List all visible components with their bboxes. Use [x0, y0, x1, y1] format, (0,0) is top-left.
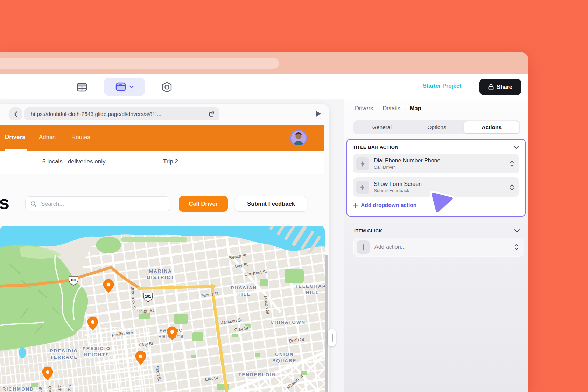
title-bar-action-heading: TITLE BAR ACTION	[353, 145, 398, 150]
action-bolt-icon	[360, 160, 365, 168]
panel-tabs: General Options Actions	[354, 120, 520, 134]
table-icon	[76, 82, 88, 93]
street-label: 4th	[57, 385, 62, 392]
svg-text:101: 101	[70, 278, 77, 282]
play-button[interactable]	[313, 109, 323, 119]
tab-actions[interactable]: Actions	[464, 121, 519, 133]
chevron-left-icon	[13, 111, 18, 117]
district-label: CHINATOWN	[271, 320, 306, 325]
driver-list-row[interactable]: 5 locals - deliveries only. Trip 2	[0, 150, 324, 174]
action-row-dial-phone[interactable]: Dial Phone Number Phone Call Driver	[353, 154, 519, 173]
builder-window: Starter Project Share https://doubtful-c…	[0, 52, 528, 392]
window-top-bar	[0, 52, 528, 74]
map[interactable]: Beach StBay StChestnut StFilbert StUnion…	[0, 226, 325, 392]
selector-icon[interactable]	[510, 184, 514, 191]
collapse-chevron-icon[interactable]	[513, 145, 519, 149]
app-header: Drivers Admin Routes	[0, 125, 324, 150]
district-label: RICHMOND	[2, 386, 34, 392]
selector-icon[interactable]	[510, 160, 514, 167]
app-tab-drivers[interactable]: Drivers	[5, 134, 26, 141]
settings-hexagon-icon[interactable]	[160, 80, 174, 94]
app-preview-frame: https://doubtful-cloth-2543.glide.page/d…	[0, 104, 329, 392]
plus-icon	[360, 244, 366, 250]
chevron-down-icon	[129, 85, 134, 89]
item-click-heading: ITEM CLICK	[354, 228, 382, 233]
tab-options[interactable]: Options	[410, 121, 464, 133]
data-table-icon[interactable]	[75, 80, 89, 94]
action-title: Show Form Screen	[374, 181, 505, 188]
action-subtitle: Call Driver	[374, 164, 505, 170]
breadcrumb-details[interactable]: Details	[383, 105, 400, 112]
item-click-section-header: ITEM CLICK	[354, 228, 520, 233]
submit-feedback-button[interactable]: Submit Feedback	[235, 196, 307, 212]
plus-icon	[353, 203, 358, 208]
row-description: 5 locals - deliveries only.	[42, 158, 107, 165]
layout-editor-tab[interactable]	[104, 78, 145, 96]
page-heading-fragment: s	[0, 191, 9, 213]
panel-resize-handle[interactable]	[328, 329, 336, 346]
title-bar-action-section: TITLE BAR ACTION Dial Phone Number Phone…	[346, 139, 526, 217]
lock-icon	[488, 84, 494, 90]
search-icon	[30, 201, 37, 207]
action-bolt-icon	[360, 183, 365, 191]
url-text: https://doubtful-cloth-2543.glide.page/d…	[31, 111, 209, 117]
window-top-bar-pill	[0, 58, 279, 69]
share-label: Share	[497, 84, 512, 90]
layout-window-icon	[115, 82, 126, 91]
search-field[interactable]	[40, 200, 165, 208]
url-bar[interactable]: https://doubtful-cloth-2543.glide.page/d…	[24, 107, 219, 120]
app-tab-routes[interactable]: Routes	[71, 134, 90, 141]
street-label: 2nd	[66, 384, 72, 392]
preview-scrollbar[interactable]	[325, 255, 328, 392]
main-toolbar: Starter Project Share	[0, 74, 528, 99]
project-name-link[interactable]: Starter Project	[423, 83, 461, 89]
selector-icon[interactable]	[514, 244, 519, 251]
district-label: TENDERLOIN	[238, 372, 276, 377]
action-title: Dial Phone Number Phone	[374, 157, 505, 164]
collapse-chevron-icon[interactable]	[514, 229, 520, 233]
street-label: 8th	[38, 386, 43, 392]
add-action-placeholder: Add action...	[374, 244, 510, 250]
avatar[interactable]	[291, 131, 306, 145]
external-link-icon[interactable]	[209, 111, 215, 117]
share-button[interactable]: Share	[479, 79, 521, 95]
action-subtitle: Submit Feedback	[374, 188, 505, 194]
add-dropdown-action-label: Add dropdown action	[361, 202, 416, 208]
svg-text:101: 101	[145, 294, 151, 299]
call-driver-button[interactable]: Call Driver	[179, 196, 228, 212]
street-label: 6th	[47, 386, 53, 392]
breadcrumb: Drivers › Details › Map	[355, 105, 421, 112]
add-dropdown-action-link[interactable]: Add dropdown action	[353, 202, 519, 208]
row-trip: Trip 2	[163, 158, 178, 165]
mountain-lake	[19, 347, 26, 358]
breadcrumb-separator-icon: ›	[404, 105, 406, 111]
back-button[interactable]	[9, 107, 22, 120]
breadcrumb-drivers[interactable]: Drivers	[355, 105, 373, 112]
tab-general[interactable]: General	[355, 121, 410, 133]
action-row-show-form[interactable]: Show Form Screen Submit Feedback	[353, 177, 519, 197]
breadcrumb-separator-icon: ›	[377, 105, 379, 111]
app-tab-admin[interactable]: Admin	[39, 134, 56, 141]
play-icon	[314, 110, 322, 118]
search-input[interactable]	[25, 196, 170, 211]
breadcrumb-map[interactable]: Map	[410, 105, 421, 112]
config-panel: Drivers › Details › Map General Options …	[344, 99, 528, 392]
item-click-add-action[interactable]: Add action...	[354, 238, 524, 257]
